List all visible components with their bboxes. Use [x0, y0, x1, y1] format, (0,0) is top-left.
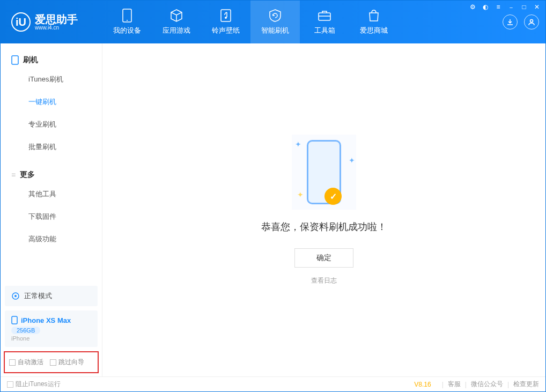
main-content: ✦ ✦ ✦ ✓ 恭喜您，保资料刷机成功啦！ 确定 查看日志: [102, 43, 545, 376]
device-box[interactable]: iPhone XS Max 256GB iPhone: [5, 310, 98, 347]
skin-icon[interactable]: ◐: [482, 3, 489, 12]
header-right: [503, 14, 545, 29]
checkbox-row: 自动激活 跳过向导: [4, 351, 99, 373]
sidebar-section-flash: 刷机: [1, 52, 102, 68]
svg-rect-6: [12, 56, 18, 64]
sidebar-section-more: ≡ 更多: [1, 167, 102, 183]
cb-label: 跳过向导: [58, 358, 84, 367]
tab-toolbox[interactable]: 工具箱: [300, 1, 349, 43]
menu-icon[interactable]: ≡: [495, 3, 502, 12]
footer-link-wechat[interactable]: 微信公众号: [471, 380, 503, 389]
footer-link-support[interactable]: 客服: [448, 380, 461, 389]
tab-label: 应用游戏: [163, 26, 190, 35]
svg-point-8: [14, 295, 17, 297]
toolbox-icon: [318, 9, 331, 23]
close-icon[interactable]: ✕: [533, 3, 541, 12]
sidebar-item-oneclick-flash[interactable]: 一键刷机: [1, 91, 102, 113]
tab-label: 我的设备: [113, 26, 141, 35]
svg-point-1: [127, 20, 128, 21]
window-controls: ⚙ ◐ ≡ － □ ✕: [469, 3, 541, 12]
refresh-shield-icon: [268, 9, 282, 23]
block-itunes-checkbox[interactable]: 阻止iTunes运行: [7, 380, 61, 389]
svg-point-5: [530, 20, 533, 23]
sidebar-item-batch-flash[interactable]: 批量刷机: [1, 136, 102, 158]
app-name: 爱思助手: [35, 14, 78, 25]
cb-label: 阻止iTunes运行: [16, 380, 61, 389]
svg-rect-9: [12, 316, 17, 324]
header: iU 爱思助手 www.i4.cn 我的设备 应用游戏 铃声壁纸 智能刷机 工具…: [1, 1, 545, 43]
minimize-icon[interactable]: －: [507, 3, 515, 12]
music-icon: [219, 9, 233, 23]
sidebar-item-itunes-flash[interactable]: iTunes刷机: [1, 68, 102, 91]
svg-rect-4: [319, 13, 330, 20]
download-icon[interactable]: [503, 14, 518, 29]
success-message: 恭喜您，保资料刷机成功啦！: [261, 220, 387, 233]
svg-rect-2: [221, 10, 231, 21]
app-url: www.i4.cn: [35, 25, 78, 31]
check-badge-icon: ✓: [324, 188, 342, 205]
sidebar-item-advanced[interactable]: 高级功能: [1, 228, 102, 250]
section-title: 更多: [20, 170, 35, 180]
tab-label: 铃声壁纸: [212, 26, 240, 35]
mode-icon: [11, 292, 20, 300]
tab-label: 爱思商城: [360, 26, 388, 35]
tab-ringtones[interactable]: 铃声壁纸: [201, 1, 250, 43]
auto-activate-checkbox[interactable]: 自动激活: [9, 358, 43, 367]
ok-button[interactable]: 确定: [294, 248, 353, 268]
sidebar-item-other-tools[interactable]: 其他工具: [1, 183, 102, 205]
mode-box[interactable]: 正常模式: [5, 286, 98, 306]
tab-my-device[interactable]: 我的设备: [102, 1, 152, 43]
tab-label: 智能刷机: [261, 26, 289, 35]
list-icon: ≡: [11, 171, 16, 179]
skip-guide-checkbox[interactable]: 跳过向导: [50, 358, 84, 367]
device-type: iPhone: [11, 335, 91, 342]
tab-label: 工具箱: [314, 26, 335, 35]
logo[interactable]: iU 爱思助手 www.i4.cn: [1, 12, 102, 32]
sidebar: 刷机 iTunes刷机 一键刷机 专业刷机 批量刷机 ≡ 更多 其他工具 下载固…: [1, 43, 102, 376]
view-log-link[interactable]: 查看日志: [311, 276, 337, 285]
cube-icon: [169, 9, 183, 23]
tab-apps-games[interactable]: 应用游戏: [152, 1, 201, 43]
section-title: 刷机: [23, 55, 38, 65]
device-icon: [120, 9, 134, 23]
bag-icon: [367, 9, 381, 23]
svg-point-3: [225, 17, 227, 19]
nav-tabs: 我的设备 应用游戏 铃声壁纸 智能刷机 工具箱 爱思商城: [102, 1, 503, 43]
user-icon[interactable]: [524, 14, 539, 29]
mode-label: 正常模式: [24, 291, 52, 301]
tab-store[interactable]: 爱思商城: [349, 1, 399, 43]
version-label: V8.16: [414, 381, 431, 388]
maximize-icon[interactable]: □: [520, 3, 528, 12]
device-name: iPhone XS Max: [21, 316, 71, 324]
capacity-badge: 256GB: [11, 327, 40, 334]
cb-label: 自动激活: [18, 358, 43, 367]
phone-small-icon: [11, 316, 18, 324]
footer: 阻止iTunes运行 V8.16 | 客服 | 微信公众号 | 检查更新: [1, 376, 545, 391]
sidebar-item-pro-flash[interactable]: 专业刷机: [1, 113, 102, 136]
settings-icon[interactable]: ⚙: [469, 3, 476, 12]
footer-link-update[interactable]: 检查更新: [513, 380, 539, 389]
logo-icon: iU: [11, 12, 31, 32]
sidebar-item-download-firmware[interactable]: 下载固件: [1, 205, 102, 228]
success-illustration: ✦ ✦ ✦ ✓: [292, 135, 356, 210]
phone-icon: [11, 55, 19, 65]
tab-smart-flash[interactable]: 智能刷机: [250, 1, 300, 43]
